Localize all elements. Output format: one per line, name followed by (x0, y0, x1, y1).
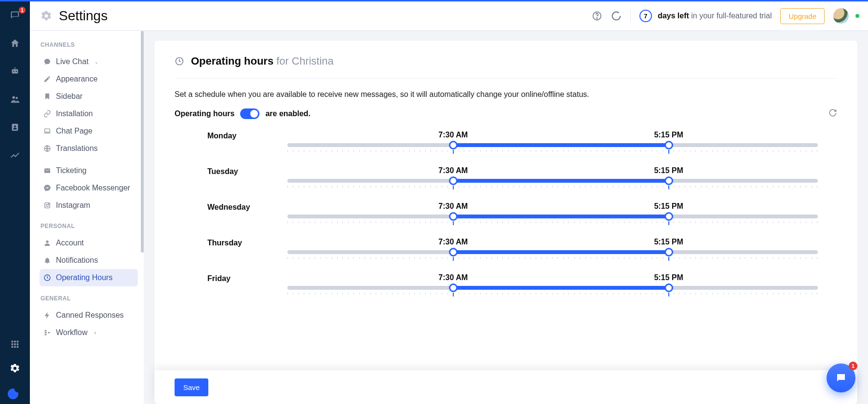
sidebar-item-sidebar[interactable]: Sidebar (40, 88, 138, 105)
inbox-icon[interactable]: 1 (7, 8, 23, 23)
marker-start (453, 221, 454, 225)
sidebar-item-workflow[interactable]: Workflow › (40, 324, 138, 341)
slider-handle-start[interactable] (449, 283, 458, 292)
page-header: Settings 7 days left in your full-featur… (30, 1, 868, 31)
svg-rect-8 (12, 341, 14, 343)
toggle-status: are enabled. (265, 109, 310, 118)
time-rail: 7:30 AM 5:15 PM (287, 132, 818, 147)
svg-rect-3 (14, 67, 15, 69)
slider-fill (453, 179, 669, 183)
time-slider[interactable] (287, 286, 818, 290)
footer-bar: Save (154, 370, 857, 404)
main-panel: Operating hours for Christina Set a sche… (154, 40, 857, 404)
link-icon (43, 110, 51, 118)
bot-icon[interactable] (7, 64, 23, 79)
header-divider (630, 9, 631, 23)
sidebar-item-account[interactable]: Account (40, 234, 138, 252)
operating-hours-toggle[interactable] (240, 108, 259, 119)
marker-end (668, 221, 669, 225)
sidebar-item-translations[interactable]: Translations (40, 140, 138, 157)
people-icon[interactable] (7, 92, 23, 107)
messenger-icon (43, 184, 51, 192)
sidebar-item-appearance[interactable]: Appearance (40, 70, 138, 88)
contacts-icon[interactable] (7, 120, 23, 135)
brand-logo[interactable] (8, 385, 22, 399)
upgrade-button[interactable]: Upgrade (780, 8, 825, 24)
save-button[interactable]: Save (175, 378, 208, 396)
svg-point-5 (15, 97, 18, 99)
slider-handle-start[interactable] (449, 248, 458, 256)
avatar[interactable] (833, 8, 849, 24)
sync-icon[interactable] (611, 11, 622, 21)
svg-rect-13 (17, 343, 19, 345)
slider-handle-start[interactable] (449, 141, 458, 149)
marker-end (668, 293, 669, 296)
tick-row (287, 293, 818, 296)
time-slider[interactable] (287, 143, 818, 147)
start-time: 7:30 AM (438, 238, 468, 246)
sidebar-item-ticketing[interactable]: Ticketing (40, 162, 138, 179)
mail-icon (43, 167, 51, 175)
sidebar-item-operating-hours[interactable]: Operating Hours (40, 269, 138, 286)
sidebar-item-label: Canned Responses (56, 311, 124, 320)
slider-handle-end[interactable] (665, 283, 673, 292)
sidebar-item-label: Sidebar (56, 92, 82, 101)
time-slider[interactable] (287, 215, 818, 218)
sidebar-item-chat-page[interactable]: Chat Page (40, 122, 138, 140)
settings-icon[interactable] (7, 361, 23, 376)
tick-row (287, 186, 818, 189)
svg-point-24 (46, 241, 48, 243)
marker-end (668, 186, 669, 189)
toggle-row: Operating hours are enabled. (175, 108, 837, 119)
sidebar-item-fb-messenger[interactable]: Facebook Messenger (40, 179, 138, 197)
sidebar-item-installation[interactable]: Installation (40, 105, 138, 122)
instagram-icon (43, 202, 51, 209)
slider-handle-end[interactable] (665, 141, 673, 149)
refresh-icon[interactable] (828, 108, 837, 119)
home-icon[interactable] (7, 36, 23, 51)
trial-text: days left in your full-featured trial (658, 12, 772, 20)
main-header: Operating hours for Christina (175, 55, 837, 79)
sidebar-item-instagram[interactable]: Instagram (40, 197, 138, 214)
day-row: Wednesday 7:30 AM 5:15 PM (175, 203, 837, 218)
sidebar-scrollbar-thumb[interactable] (141, 31, 144, 253)
slider-fill (453, 143, 669, 147)
sidebar-header-channels: CHANNELS (41, 41, 138, 48)
slider-handle-end[interactable] (665, 212, 673, 221)
tick-row (287, 221, 818, 224)
time-rail: 7:30 AM 5:15 PM (287, 239, 818, 254)
page-title: Settings (59, 8, 108, 24)
laptop-icon (43, 127, 51, 135)
chat-fab[interactable]: 1 (827, 364, 855, 392)
svg-rect-29 (48, 332, 50, 334)
apps-icon[interactable] (7, 337, 23, 352)
svg-point-2 (16, 71, 17, 72)
sidebar-scrollbar[interactable] (141, 31, 145, 404)
time-slider[interactable] (287, 250, 818, 254)
end-time: 5:15 PM (654, 238, 683, 246)
svg-point-18 (597, 18, 597, 18)
help-icon[interactable] (592, 11, 602, 21)
svg-rect-16 (17, 346, 19, 348)
sidebar-item-label: Appearance (56, 75, 97, 83)
sidebar-item-live-chat[interactable]: Live Chat ⌄ (40, 53, 138, 70)
clock-icon (43, 274, 51, 282)
slider-handle-start[interactable] (449, 176, 458, 185)
account-icon (43, 239, 51, 247)
slider-handle-end[interactable] (665, 176, 673, 185)
sidebar-item-notifications[interactable]: Notifications (40, 252, 138, 269)
svg-rect-11 (12, 343, 14, 345)
time-slider[interactable] (287, 179, 818, 183)
slider-handle-start[interactable] (449, 212, 458, 221)
analytics-icon[interactable] (7, 148, 23, 163)
svg-point-7 (14, 125, 16, 127)
workflow-icon (43, 329, 51, 337)
top-accent-bar (0, 0, 868, 1)
settings-sidebar: CHANNELS Live Chat ⌄ Appearance Sidebar … (30, 31, 144, 404)
slider-fill (453, 286, 669, 290)
start-time: 7:30 AM (438, 273, 468, 282)
svg-rect-26 (45, 330, 47, 332)
sidebar-item-canned[interactable]: Canned Responses (40, 307, 138, 324)
marker-start (453, 150, 454, 154)
slider-handle-end[interactable] (665, 248, 673, 256)
